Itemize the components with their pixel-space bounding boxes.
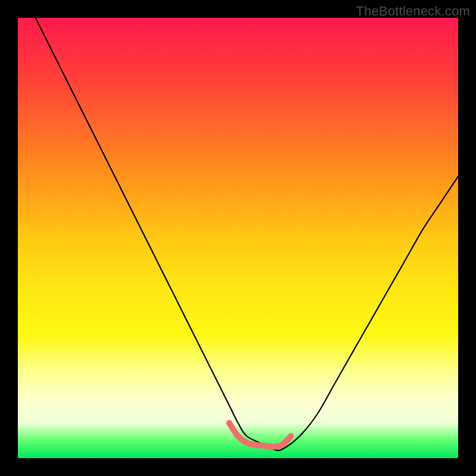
bottleneck-curve: [36, 18, 458, 450]
curve-svg: [18, 18, 458, 458]
optimal-range-highlight: [229, 423, 291, 447]
plot-area: [18, 18, 458, 458]
watermark-text: TheBottleneck.com: [356, 4, 470, 19]
chart-frame: TheBottleneck.com: [0, 0, 476, 476]
